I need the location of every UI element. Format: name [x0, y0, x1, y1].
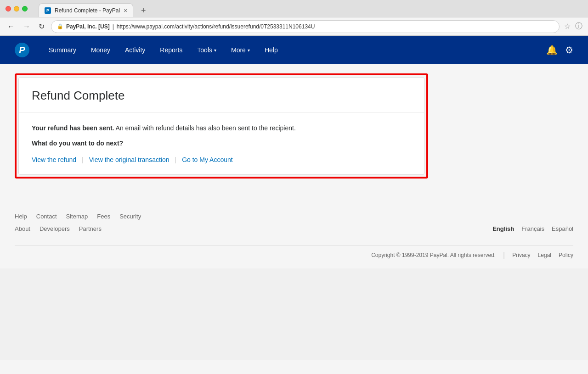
footer-link-about[interactable]: About: [15, 225, 30, 232]
footer-link-privacy[interactable]: Privacy: [512, 252, 530, 258]
browser-titlebar: P Refund Complete - PayPal × +: [0, 0, 588, 17]
browser-tabs: P Refund Complete - PayPal × +: [39, 0, 150, 17]
back-button[interactable]: ←: [6, 21, 17, 33]
content-wrapper: Refund Complete Your refund has been sen…: [15, 73, 573, 193]
address-url: https://www.paypal.com/activity/actions/…: [117, 23, 554, 30]
paypal-logo: P: [15, 43, 29, 57]
tab-title: Refund Complete - PayPal: [55, 7, 120, 14]
paypal-app: P Summary Money Activity Reports Tools ▾…: [0, 36, 588, 360]
footer-link-developers[interactable]: Developers: [40, 225, 70, 232]
paypal-header: P Summary Money Activity Reports Tools ▾…: [0, 36, 588, 64]
go-to-my-account-link[interactable]: Go to My Account: [182, 156, 233, 163]
nav-summary[interactable]: Summary: [42, 43, 83, 57]
lock-icon: 🔒: [57, 23, 63, 29]
footer-link-fees[interactable]: Fees: [97, 213, 110, 220]
forward-button[interactable]: →: [21, 21, 32, 33]
maximize-window-button[interactable]: [22, 6, 28, 11]
footer-link-partners[interactable]: Partners: [79, 225, 102, 232]
window-controls: [6, 6, 28, 11]
footer-link-policy[interactable]: Policy: [559, 252, 573, 258]
footer-divider: |: [503, 251, 505, 259]
footer-link-help[interactable]: Help: [15, 213, 27, 220]
pipe-separator-2: |: [175, 156, 177, 163]
empty-gray-area: [0, 268, 588, 360]
footer-copyright-row: Copyright © 1999-2019 PayPal. All rights…: [15, 245, 573, 259]
notification-bell-icon[interactable]: 🔔: [546, 45, 558, 56]
pipe-separator-1: |: [82, 156, 84, 163]
highlight-box: Refund Complete Your refund has been sen…: [15, 73, 428, 179]
language-english[interactable]: English: [492, 225, 514, 232]
footer-link-contact[interactable]: Contact: [36, 213, 57, 220]
more-chevron: ▾: [248, 48, 250, 53]
refund-card: Refund Complete Your refund has been sen…: [18, 77, 424, 175]
footer-link-legal[interactable]: Legal: [538, 252, 551, 258]
footer-link-security[interactable]: Security: [119, 213, 141, 220]
tab-favicon: P: [45, 7, 51, 14]
footer-links-row-2: About Developers Partners: [15, 225, 102, 232]
refund-sent-message: Your refund has been sent. An email with…: [32, 123, 411, 133]
nav-help[interactable]: Help: [258, 43, 284, 57]
nav-reports[interactable]: Reports: [153, 43, 189, 57]
bookmark-icon[interactable]: ☆: [564, 22, 571, 31]
minimize-window-button[interactable]: [14, 6, 19, 11]
address-separator: |: [113, 23, 114, 30]
language-french[interactable]: Français: [521, 225, 544, 232]
refund-title: Refund Complete: [32, 89, 411, 103]
active-tab[interactable]: P Refund Complete - PayPal ×: [39, 3, 133, 17]
new-tab-button[interactable]: +: [137, 4, 150, 17]
nav-money[interactable]: Money: [85, 43, 117, 57]
nav-more[interactable]: More ▾: [225, 43, 256, 57]
refresh-button[interactable]: ↻: [37, 20, 46, 33]
main-content: Refund Complete Your refund has been sen…: [0, 64, 588, 202]
address-company: PayPal, Inc. [US]: [66, 23, 110, 30]
address-bar[interactable]: 🔒 PayPal, Inc. [US] | https://www.paypal…: [51, 20, 560, 33]
language-spanish[interactable]: Español: [552, 225, 573, 232]
refund-sent-rest: An email with refund details has also be…: [114, 124, 295, 132]
logo-letter: P: [19, 45, 25, 56]
footer: Help Contact Sitemap Fees Security About…: [0, 202, 588, 268]
refund-sent-bold: Your refund has been sent.: [32, 124, 114, 132]
refund-actions: View the refund | View the original tran…: [32, 156, 411, 163]
view-original-transaction-link[interactable]: View the original transaction: [89, 156, 170, 163]
info-icon[interactable]: ⓘ: [575, 22, 582, 31]
close-window-button[interactable]: [6, 6, 11, 11]
nav-tools[interactable]: Tools ▾: [191, 43, 223, 57]
refund-card-body: Your refund has been sent. An email with…: [19, 112, 424, 174]
footer-link-sitemap[interactable]: Sitemap: [66, 213, 88, 220]
footer-language-selector: English Français Español: [492, 225, 573, 232]
browser-chrome: P Refund Complete - PayPal × + ← → ↻ 🔒 P…: [0, 0, 588, 36]
tab-close-button[interactable]: ×: [124, 7, 127, 14]
refund-next-question: What do you want to do next?: [32, 140, 411, 147]
main-nav: Summary Money Activity Reports Tools ▾ M…: [42, 43, 546, 57]
refund-card-header: Refund Complete: [19, 78, 424, 112]
nav-activity[interactable]: Activity: [119, 43, 152, 57]
header-icons: 🔔 ⚙: [546, 45, 573, 56]
view-refund-link[interactable]: View the refund: [32, 156, 76, 163]
copyright-text: Copyright © 1999-2019 PayPal. All rights…: [371, 252, 496, 258]
settings-gear-icon[interactable]: ⚙: [565, 45, 573, 56]
browser-addressbar: ← → ↻ 🔒 PayPal, Inc. [US] | https://www.…: [0, 17, 588, 36]
tools-chevron: ▾: [214, 48, 216, 53]
footer-links-row-1: Help Contact Sitemap Fees Security: [15, 213, 573, 220]
